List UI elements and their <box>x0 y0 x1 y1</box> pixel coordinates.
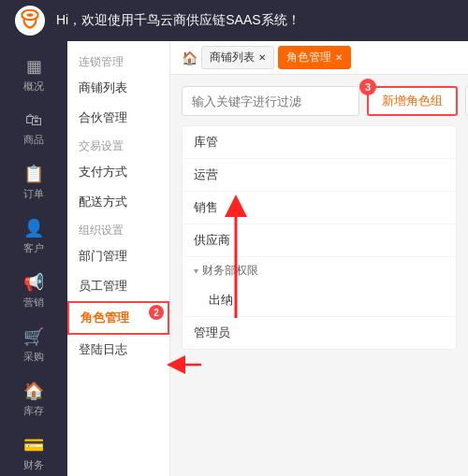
list-item[interactable]: 销售 <box>183 192 456 224</box>
tab-role-mgmt-label: 角色管理 <box>286 50 331 65</box>
purchase-icon: 🛒 <box>23 326 44 347</box>
sidebar: ▦ 概况 🛍 商品 📋 订单 👤 客户 📢 营销 🛒 采购 <box>0 41 67 476</box>
logo <box>15 6 45 36</box>
sidebar-item-goods[interactable]: 🛍 商品 <box>0 103 67 154</box>
header-greeting: Hi，欢迎使用千鸟云商供应链SAAS系统！ <box>56 12 300 29</box>
submenu-section-trade: 交易设置 <box>67 133 169 157</box>
expand-icon: ▾ <box>194 266 198 276</box>
svg-point-1 <box>27 13 34 16</box>
sidebar-item-marketing[interactable]: 📢 营销 <box>0 265 67 317</box>
list-item-child[interactable]: 出纳 <box>183 284 456 317</box>
sidebar-label-overview: 概况 <box>23 79 44 94</box>
tab-store-list[interactable]: 商铺列表 ✕ <box>201 46 274 69</box>
group-label: 财务部权限 <box>202 263 258 279</box>
main-area: ▦ 概况 🛍 商品 📋 订单 👤 客户 📢 营销 🛒 采购 <box>0 41 468 476</box>
overview-icon: ▦ <box>26 56 42 77</box>
sidebar-item-inventory[interactable]: 🏠 库存 <box>0 373 67 426</box>
sidebar-label-marketing: 营销 <box>23 296 44 310</box>
sidebar-item-customer[interactable]: 👤 客户 <box>0 210 67 263</box>
breadcrumb-bar: 🏠 商铺列表 ✕ 角色管理 ✕ <box>170 41 468 75</box>
submenu-partner[interactable]: 合伙管理 <box>67 103 169 133</box>
submenu-payment[interactable]: 支付方式 <box>67 157 169 187</box>
filter-row: 3 新增角色组 新增角色 <box>182 86 457 116</box>
add-group-btn-wrapper: 3 新增角色组 <box>367 86 458 116</box>
submenu-section-chain: 连锁管理 <box>67 49 169 73</box>
submenu-log[interactable]: 登陆日志 <box>67 335 169 365</box>
list-item[interactable]: 库管 <box>183 126 456 159</box>
finance-icon: 💳 <box>23 435 44 455</box>
sidebar-item-purchase[interactable]: 🛒 采购 <box>0 319 67 371</box>
marketing-icon: 📢 <box>23 272 44 293</box>
submenu-section-org: 组织设置 <box>67 217 169 241</box>
sidebar-label-customer: 客户 <box>23 241 44 255</box>
sidebar-label-order: 订单 <box>23 187 44 201</box>
tab-role-mgmt[interactable]: 角色管理 ✕ <box>278 46 351 69</box>
top-header: Hi，欢迎使用千鸟云商供应链SAAS系统！ <box>0 0 468 41</box>
sidebar-label-finance: 财务 <box>23 458 44 472</box>
tab-role-mgmt-close[interactable]: ✕ <box>335 52 343 63</box>
sidebar-label-goods: 商品 <box>23 133 44 147</box>
role-badge: 2 <box>149 305 164 320</box>
list-item[interactable]: 运营 <box>183 159 456 192</box>
submenu-role[interactable]: 2 角色管理 <box>67 301 169 335</box>
customer-icon: 👤 <box>23 218 44 238</box>
submenu: 连锁管理 商铺列表 合伙管理 交易设置 支付方式 配送方式 组织设置 部门管理 … <box>67 41 170 476</box>
sidebar-item-order[interactable]: 📋 订单 <box>0 156 67 209</box>
list-item-group[interactable]: ▾ 财务部权限 <box>183 257 456 284</box>
submenu-staff[interactable]: 员工管理 <box>67 271 169 301</box>
submenu-delivery[interactable]: 配送方式 <box>67 187 169 217</box>
content-area: 🏠 商铺列表 ✕ 角色管理 ✕ 3 新增角色组 <box>170 41 468 476</box>
sidebar-item-finance[interactable]: 💳 财务 <box>0 427 67 476</box>
add-group-badge: 3 <box>359 79 376 95</box>
list-item[interactable]: 管理员 <box>183 317 456 349</box>
inventory-icon: 🏠 <box>23 381 44 401</box>
list-item[interactable]: 供应商 <box>183 224 456 257</box>
submenu-store-list[interactable]: 商铺列表 <box>67 73 169 103</box>
filter-input[interactable] <box>182 86 359 116</box>
tab-store-list-label: 商铺列表 <box>210 50 255 65</box>
sidebar-item-overview[interactable]: ▦ 概况 <box>0 49 67 101</box>
tab-store-list-close[interactable]: ✕ <box>258 52 266 63</box>
content-inner: 3 新增角色组 新增角色 库管 运营 销售 供应商 ▾ 财务部权限 出纳 <box>170 75 468 476</box>
add-role-group-button[interactable]: 新增角色组 <box>367 86 458 116</box>
sidebar-label-purchase: 采购 <box>23 350 44 364</box>
order-icon: 📋 <box>23 164 44 184</box>
breadcrumb-home[interactable]: 🏠 <box>182 50 197 65</box>
sidebar-label-inventory: 库存 <box>23 404 44 418</box>
role-list: 库管 运营 销售 供应商 ▾ 财务部权限 出纳 管理员 <box>182 125 457 350</box>
submenu-dept[interactable]: 部门管理 <box>67 241 169 271</box>
goods-icon: 🛍 <box>25 110 42 130</box>
